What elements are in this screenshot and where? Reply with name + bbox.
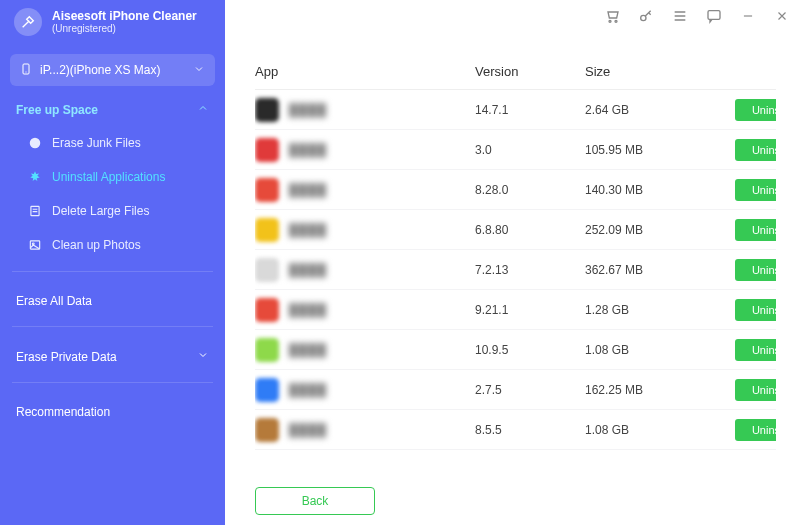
cell-size: 362.67 MB [585,263,735,277]
brand: Aiseesoft iPhone Cleaner (Unregistered) [0,0,211,44]
app-name-blurred: ████ [289,383,327,397]
cell-version: 9.21.1 [475,303,585,317]
table-row: ████10.9.51.08 GBUninstall [255,330,776,370]
cell-version: 7.2.13 [475,263,585,277]
app-cell: ████ [255,98,475,122]
titlebar-actions [602,6,792,26]
sidebar-item-label: Erase Private Data [16,350,117,364]
menu-icon[interactable] [670,6,690,26]
sidebar-item-label: Erase Junk Files [52,136,141,150]
app-cell: ████ [255,258,475,282]
app-cell: ████ [255,418,475,442]
sidebar-item-erase-private[interactable]: Erase Private Data [10,339,215,370]
footer: Back [255,477,776,517]
cell-size: 1.08 GB [585,343,735,357]
key-icon[interactable] [636,6,656,26]
sidebar-item-delete-large[interactable]: Delete Large Files [10,197,215,225]
phone-icon [20,61,32,80]
app-icon [255,178,279,202]
cell-size: 1.08 GB [585,423,735,437]
col-app: App [255,64,475,79]
app-cell: ████ [255,218,475,242]
table-row: ████8.28.0140.30 MBUninstall [255,170,776,210]
app-name-blurred: ████ [289,423,327,437]
table-row: ████3.0105.95 MBUninstall [255,130,776,170]
photo-icon [28,238,42,252]
app-name-blurred: ████ [289,303,327,317]
uninstall-button[interactable]: Uninstall [735,99,776,121]
cell-size: 162.25 MB [585,383,735,397]
cell-size: 105.95 MB [585,143,735,157]
sidebar: iP...2)(iPhone XS Max) Free up Space Era… [0,48,225,525]
burst-icon [28,170,42,184]
app-cell: ████ [255,138,475,162]
nav-group-label: Free up Space [16,103,98,117]
titlebar: Aiseesoft iPhone Cleaner (Unregistered) [0,0,800,48]
uninstall-button[interactable]: Uninstall [735,419,776,441]
sidebar-item-erase-all[interactable]: Erase All Data [10,284,215,314]
sidebar-item-erase-junk[interactable]: Erase Junk Files [10,129,215,157]
sidebar-item-label: Clean up Photos [52,238,141,252]
table-row: ████6.8.80252.09 MBUninstall [255,210,776,250]
uninstall-button[interactable]: Uninstall [735,179,776,201]
cell-size: 1.28 GB [585,303,735,317]
cell-version: 3.0 [475,143,585,157]
uninstall-button[interactable]: Uninstall [735,339,776,361]
brand-title-2: Cleaner [153,9,197,23]
sidebar-item-uninstall-apps[interactable]: Uninstall Applications [10,163,215,191]
brand-status: (Unregistered) [52,23,197,34]
app-name-blurred: ████ [289,143,327,157]
chevron-up-icon [197,102,209,117]
uninstall-button[interactable]: Uninstall [735,259,776,281]
content: App Version Size ████14.7.12.64 GBUninst… [225,48,800,525]
svg-point-5 [30,138,41,149]
app-icon [255,418,279,442]
clock-icon [28,136,42,150]
app-name-blurred: ████ [289,223,327,237]
uninstall-button[interactable]: Uninstall [735,139,776,161]
device-selector[interactable]: iP...2)(iPhone XS Max) [10,54,215,86]
sidebar-item-label: Uninstall Applications [52,170,165,184]
svg-point-2 [641,15,646,20]
cell-size: 140.30 MB [585,183,735,197]
cell-version: 2.7.5 [475,383,585,397]
minimize-icon[interactable] [738,6,758,26]
cart-icon[interactable] [602,6,622,26]
table-row: ████2.7.5162.25 MBUninstall [255,370,776,410]
uninstall-button[interactable]: Uninstall [735,379,776,401]
app-list[interactable]: ████14.7.12.64 GBUninstall████3.0105.95 … [255,90,776,477]
app-cell: ████ [255,178,475,202]
sidebar-item-recommendation[interactable]: Recommendation [10,395,215,425]
table-row: ████14.7.12.64 GBUninstall [255,90,776,130]
col-version: Version [475,64,585,79]
sidebar-item-label: Delete Large Files [52,204,149,218]
app-icon [255,258,279,282]
app-logo-icon [14,8,42,36]
sidebar-item-label: Erase All Data [16,294,92,308]
back-button[interactable]: Back [255,487,375,515]
app-cell: ████ [255,338,475,362]
cell-size: 252.09 MB [585,223,735,237]
uninstall-button[interactable]: Uninstall [735,219,776,241]
app-icon [255,338,279,362]
app-icon [255,98,279,122]
app-name-blurred: ████ [289,263,327,277]
sidebar-item-label: Recommendation [16,405,110,419]
svg-rect-3 [708,11,720,20]
app-name-blurred: ████ [289,183,327,197]
cell-version: 8.28.0 [475,183,585,197]
uninstall-button[interactable]: Uninstall [735,299,776,321]
app-name-blurred: ████ [289,343,327,357]
cell-version: 10.9.5 [475,343,585,357]
nav-group-free-up-space[interactable]: Free up Space [10,92,215,123]
table-row: ████8.5.51.08 GBUninstall [255,410,776,450]
app-icon [255,218,279,242]
col-size: Size [585,64,735,79]
chevron-down-icon [193,63,205,78]
close-icon[interactable] [772,6,792,26]
sidebar-item-clean-photos[interactable]: Clean up Photos [10,231,215,259]
chat-icon[interactable] [704,6,724,26]
cell-version: 6.8.80 [475,223,585,237]
divider [12,271,213,272]
app-cell: ████ [255,378,475,402]
